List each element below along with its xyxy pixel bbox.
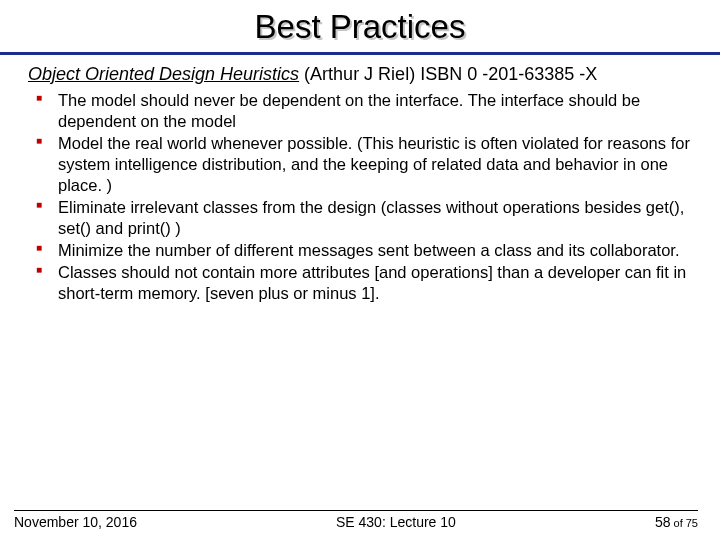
list-item: Eliminate irrelevant classes from the de… [36, 197, 698, 239]
book-meta: (Arthur J Riel) ISBN 0 -201-63385 -X [299, 64, 597, 84]
page-current: 58 [655, 514, 671, 530]
slide: Best Practices Object Oriented Design He… [0, 0, 720, 540]
list-item: Classes should not contain more attribut… [36, 262, 698, 304]
slide-title: Best Practices [0, 8, 720, 52]
footer-date: November 10, 2016 [14, 514, 137, 530]
list-item: The model should never be dependent on t… [36, 90, 698, 132]
page-sep: of [670, 517, 685, 529]
content-area: Object Oriented Design Heuristics (Arthu… [0, 55, 720, 305]
book-title: Object Oriented Design Heuristics [28, 64, 299, 84]
bullet-list: The model should never be dependent on t… [28, 90, 698, 305]
footer-page: 58 of 75 [655, 514, 698, 530]
page-total: 75 [686, 517, 698, 529]
footer: November 10, 2016 SE 430: Lecture 10 58 … [0, 514, 720, 530]
list-item: Model the real world whenever possible. … [36, 133, 698, 196]
reference-line: Object Oriented Design Heuristics (Arthu… [62, 63, 698, 86]
footer-divider [14, 510, 698, 511]
list-item: Minimize the number of different message… [36, 240, 698, 261]
footer-course: SE 430: Lecture 10 [336, 514, 456, 530]
